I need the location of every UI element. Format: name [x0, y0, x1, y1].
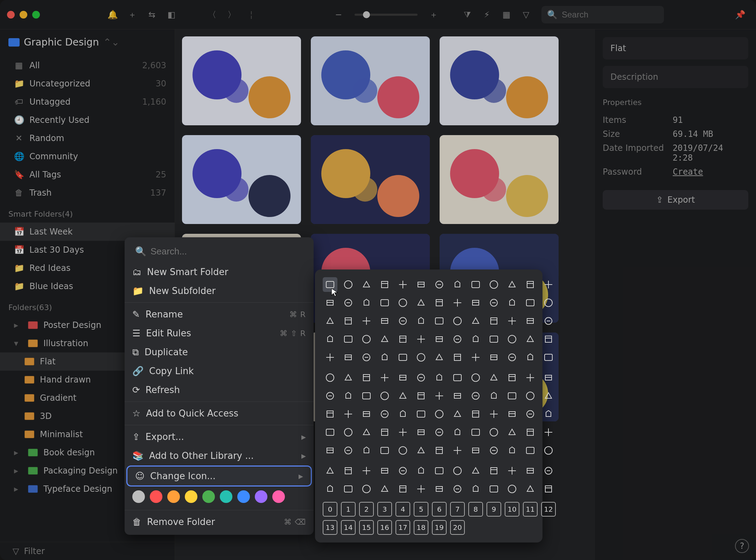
- icon-choice[interactable]: [541, 425, 556, 440]
- menu-item-refresh[interactable]: ⟳Refresh: [125, 380, 314, 399]
- icon-choice[interactable]: [396, 350, 410, 365]
- icon-choice[interactable]: [396, 388, 410, 403]
- disclosure-triangle-icon[interactable]: ▸: [14, 466, 21, 476]
- color-swatch[interactable]: [272, 490, 285, 503]
- disclosure-triangle-icon[interactable]: ▸: [14, 484, 21, 494]
- menu-item-add-to-other-library[interactable]: 📚Add to Other Library ...▸: [125, 446, 314, 465]
- icon-choice[interactable]: [468, 425, 483, 440]
- icon-choice[interactable]: [396, 443, 410, 458]
- icon-choice[interactable]: [450, 482, 465, 496]
- icon-choice[interactable]: [541, 463, 556, 478]
- icon-choice[interactable]: [323, 350, 337, 365]
- icon-choice[interactable]: [341, 314, 356, 328]
- icon-choice[interactable]: [505, 332, 519, 346]
- color-swatch[interactable]: [255, 490, 267, 503]
- icon-choice[interactable]: [396, 407, 410, 421]
- icon-choice[interactable]: [486, 443, 501, 458]
- icon-choice[interactable]: [450, 407, 465, 421]
- icon-choice[interactable]: [486, 370, 501, 385]
- zoom-out-icon[interactable]: −: [332, 8, 345, 21]
- menu-item-edit-rules[interactable]: ☰Edit Rules⌘ ⇧ R: [125, 324, 314, 343]
- sidebar-filter[interactable]: ▽ Filter: [0, 542, 175, 560]
- icon-choice[interactable]: [414, 332, 428, 346]
- icon-choice[interactable]: [341, 350, 356, 365]
- icon-choice[interactable]: [541, 443, 556, 458]
- icon-choice[interactable]: [341, 388, 356, 403]
- icon-choice[interactable]: [486, 295, 501, 310]
- icon-choice[interactable]: [377, 407, 392, 421]
- icon-choice[interactable]: [359, 314, 374, 328]
- icon-choice[interactable]: [486, 314, 501, 328]
- layout-icon[interactable]: ▦: [500, 8, 513, 21]
- icon-choice[interactable]: [450, 370, 465, 385]
- icon-choice[interactable]: [341, 332, 356, 346]
- icon-choice[interactable]: [323, 295, 337, 310]
- icon-number-choice[interactable]: 20: [450, 520, 465, 535]
- icon-choice[interactable]: [414, 425, 428, 440]
- icon-choice[interactable]: [432, 443, 447, 458]
- thumbnail[interactable]: [440, 36, 559, 125]
- icon-choice[interactable]: [541, 295, 556, 310]
- icon-choice[interactable]: [414, 314, 428, 328]
- icon-number-choice[interactable]: 6: [432, 502, 447, 517]
- icon-choice[interactable]: [541, 370, 556, 385]
- icon-choice[interactable]: [359, 332, 374, 346]
- icon-choice[interactable]: [450, 332, 465, 346]
- inspector-description[interactable]: Description: [603, 66, 748, 88]
- icon-choice[interactable]: [396, 482, 410, 496]
- zoom-window-button[interactable]: [32, 11, 40, 19]
- icon-choice[interactable]: [359, 388, 374, 403]
- icon-choice[interactable]: [323, 463, 337, 478]
- icon-choice[interactable]: [359, 295, 374, 310]
- icon-choice[interactable]: [541, 407, 556, 421]
- icon-choice[interactable]: [486, 482, 501, 496]
- menu-item-remove-folder[interactable]: 🗑Remove Folder⌘ ⌫: [125, 512, 314, 531]
- icon-choice[interactable]: [450, 463, 465, 478]
- icon-choice[interactable]: [432, 350, 447, 365]
- filter-icon[interactable]: ▽: [520, 8, 532, 21]
- icon-choice[interactable]: [432, 407, 447, 421]
- icon-choice[interactable]: [359, 463, 374, 478]
- icon-choice[interactable]: [396, 295, 410, 310]
- disclosure-triangle-icon[interactable]: ▾: [14, 338, 21, 348]
- icon-number-choice[interactable]: 19: [432, 520, 447, 535]
- icon-choice[interactable]: [414, 443, 428, 458]
- icon-choice[interactable]: [414, 482, 428, 496]
- disclosure-triangle-icon[interactable]: ▸: [14, 448, 21, 457]
- icon-choice[interactable]: [396, 314, 410, 328]
- icon-choice[interactable]: [359, 443, 374, 458]
- icon-choice[interactable]: [541, 482, 556, 496]
- icon-choice[interactable]: [468, 277, 483, 292]
- icon-choice[interactable]: [359, 370, 374, 385]
- menu-item-change-icon[interactable]: ☺Change Icon...▸: [127, 467, 311, 485]
- icon-number-choice[interactable]: 4: [396, 502, 410, 517]
- thumbnail[interactable]: [311, 36, 430, 125]
- icon-choice[interactable]: [486, 350, 501, 365]
- icon-choice[interactable]: [541, 277, 556, 292]
- icon-choice[interactable]: [359, 277, 374, 292]
- icon-choice[interactable]: [341, 295, 356, 310]
- sidebar-item-all[interactable]: ▦All2,603: [0, 56, 175, 75]
- icon-choice[interactable]: [505, 277, 519, 292]
- icon-choice[interactable]: [523, 277, 538, 292]
- zoom-in-icon[interactable]: ＋: [427, 8, 440, 21]
- icon-choice[interactable]: [468, 314, 483, 328]
- icon-choice[interactable]: [323, 277, 337, 292]
- icon-choice[interactable]: [377, 350, 392, 365]
- icon-number-choice[interactable]: 1: [341, 502, 356, 517]
- sidebar-item-random[interactable]: ✕Random: [0, 129, 175, 147]
- property-row-password[interactable]: PasswordCreate: [603, 165, 748, 179]
- sidebar-item-untagged[interactable]: 🏷Untagged1,160: [0, 93, 175, 111]
- icon-choice[interactable]: [486, 407, 501, 421]
- icon-choice[interactable]: [323, 407, 337, 421]
- icon-choice[interactable]: [468, 295, 483, 310]
- icon-choice[interactable]: [505, 388, 519, 403]
- nav-fwd-icon[interactable]: 〉: [225, 8, 238, 21]
- color-swatch[interactable]: [220, 490, 232, 503]
- icon-choice[interactable]: [414, 370, 428, 385]
- icon-choice[interactable]: [450, 350, 465, 365]
- notification-icon[interactable]: 🔔: [106, 8, 119, 21]
- icon-choice[interactable]: [359, 350, 374, 365]
- inspector-title[interactable]: Flat: [603, 37, 748, 59]
- context-menu-search[interactable]: 🔍: [130, 243, 309, 260]
